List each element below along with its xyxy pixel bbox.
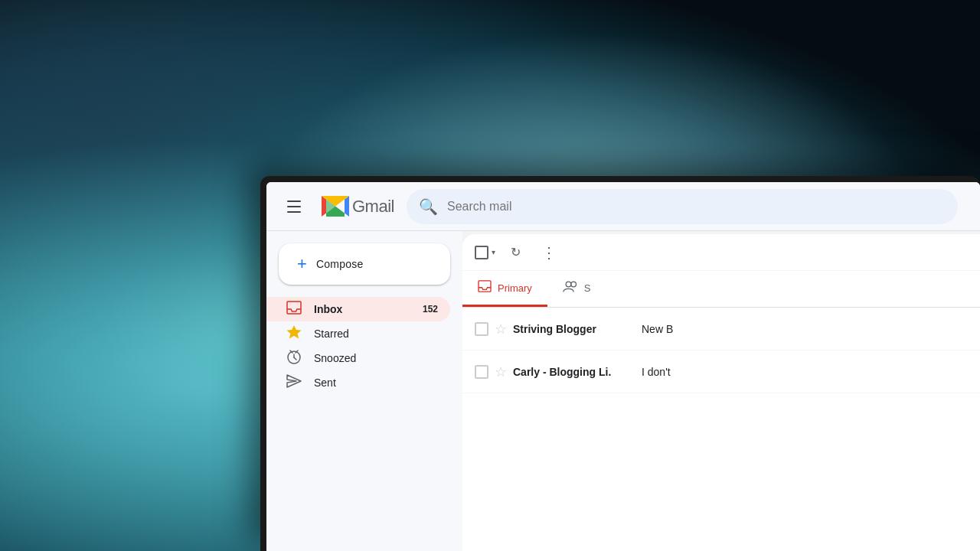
- gmail-main: + Compose Inbox 152: [266, 231, 980, 551]
- hamburger-menu-button[interactable]: [279, 191, 309, 222]
- email-subject-2: I don't: [642, 366, 671, 378]
- star-icon: [286, 324, 302, 343]
- search-input[interactable]: [447, 200, 946, 214]
- more-icon: ⋮: [541, 243, 557, 262]
- inbox-count: 152: [423, 304, 438, 315]
- refresh-button[interactable]: ↻: [501, 239, 529, 266]
- inbox-icon: [286, 301, 302, 318]
- social-tab-icon: [563, 280, 578, 295]
- compose-plus-icon: +: [297, 256, 307, 272]
- email-tabs: Primary S: [462, 271, 980, 308]
- starred-label: Starred: [314, 328, 349, 340]
- select-all-checkbox-group[interactable]: ▾: [475, 246, 495, 259]
- snoozed-icon: [286, 349, 302, 368]
- email-sender-2: Carly - Blogging Li.: [513, 366, 635, 378]
- svg-point-17: [571, 282, 577, 287]
- compose-button[interactable]: + Compose: [279, 243, 450, 285]
- sidebar-item-sent[interactable]: Sent: [266, 370, 450, 395]
- svg-marker-8: [287, 325, 302, 339]
- primary-tab-label: Primary: [498, 282, 532, 294]
- email-toolbar: ▾ ↻ ⋮: [462, 234, 980, 271]
- refresh-icon: ↻: [511, 245, 521, 259]
- email-subject-preview-1: New B: [642, 323, 968, 335]
- select-dropdown-arrow[interactable]: ▾: [492, 248, 495, 256]
- email-row[interactable]: ☆ Carly - Blogging Li. I don't: [462, 350, 980, 393]
- email-star-1[interactable]: ☆: [495, 321, 507, 337]
- sent-label: Sent: [314, 377, 336, 389]
- gmail-m-icon: [322, 196, 349, 217]
- gmail-wordmark: Gmail: [352, 197, 394, 217]
- sent-icon: [286, 374, 302, 392]
- email-row[interactable]: ☆ Striving Blogger New B: [462, 308, 980, 350]
- snoozed-label: Snoozed: [314, 352, 356, 364]
- gmail-logo: Gmail: [322, 196, 394, 217]
- email-checkbox-2[interactable]: [475, 365, 488, 379]
- gmail-app: Gmail 🔍 + Compose: [266, 182, 980, 551]
- svg-marker-1: [345, 196, 349, 217]
- social-tab-label: S: [584, 282, 591, 294]
- more-options-button[interactable]: ⋮: [535, 239, 563, 266]
- sidebar: + Compose Inbox 152: [266, 231, 462, 551]
- sidebar-item-starred[interactable]: Starred: [266, 321, 450, 346]
- sidebar-item-inbox[interactable]: Inbox 152: [266, 297, 450, 321]
- inbox-label: Inbox: [314, 303, 342, 315]
- sidebar-item-snoozed[interactable]: Snoozed: [266, 346, 450, 370]
- search-bar[interactable]: 🔍: [407, 189, 958, 224]
- svg-line-11: [294, 357, 296, 360]
- compose-label: Compose: [316, 258, 363, 270]
- email-star-2[interactable]: ☆: [495, 364, 507, 380]
- hamburger-icon: [287, 201, 301, 213]
- device-screen: Gmail 🔍 + Compose: [266, 182, 980, 551]
- tab-social[interactable]: S: [547, 271, 606, 307]
- email-subject-preview-2: I don't: [642, 366, 968, 378]
- email-checkbox-1[interactable]: [475, 322, 488, 336]
- svg-marker-0: [322, 196, 326, 217]
- primary-tab-icon: [478, 280, 492, 295]
- email-list: ☆ Striving Blogger New B ☆ Carly - Blogg…: [462, 308, 980, 551]
- device-frame: Gmail 🔍 + Compose: [260, 176, 980, 551]
- topbar: Gmail 🔍: [266, 182, 980, 231]
- email-content: ▾ ↻ ⋮: [462, 234, 980, 551]
- select-all-checkbox[interactable]: [475, 246, 488, 259]
- email-sender-1: Striving Blogger: [513, 323, 635, 335]
- tab-primary[interactable]: Primary: [462, 271, 547, 307]
- search-icon: 🔍: [419, 197, 438, 216]
- svg-point-16: [566, 282, 571, 287]
- email-subject-1: New B: [642, 323, 673, 335]
- svg-marker-14: [287, 375, 301, 387]
